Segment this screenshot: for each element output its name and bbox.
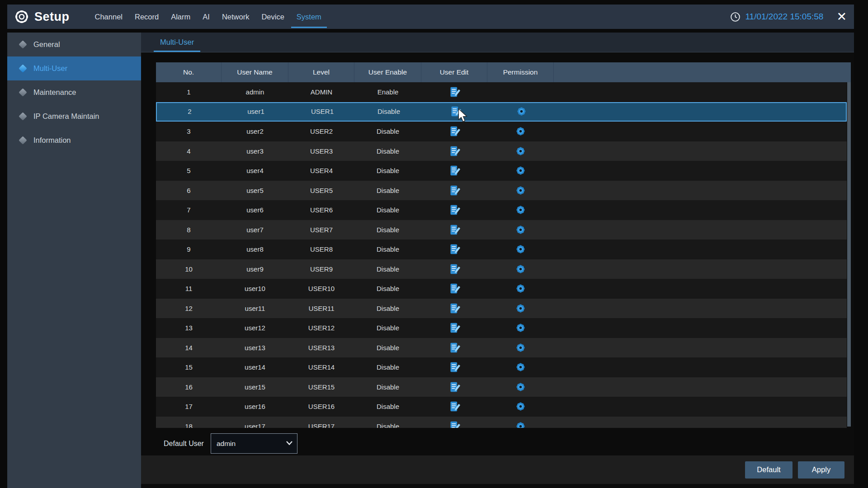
table-row[interactable]: 4 user3 USER3 Disable	[156, 141, 847, 161]
user-edit-icon[interactable]	[448, 381, 461, 393]
table-row[interactable]: 18 user17 USER17 Disable	[156, 417, 847, 428]
user-edit-icon[interactable]	[448, 263, 461, 275]
user-edit-icon[interactable]	[448, 125, 461, 137]
cell-filler	[554, 357, 847, 377]
cell-permission	[487, 357, 554, 377]
user-edit-icon[interactable]	[448, 243, 461, 255]
sidebar-item-ip-camera-maintain[interactable]: IP Camera Maintain	[7, 104, 141, 128]
table-row[interactable]: 17 user16 USER16 Disable	[156, 397, 847, 417]
default-button[interactable]: Default	[745, 461, 793, 479]
table-row[interactable]: 15 user14 USER14 Disable	[156, 357, 847, 377]
table-row[interactable]: 16 user15 USER15 Disable	[156, 377, 847, 397]
cell-permission	[487, 377, 554, 397]
permission-gear-icon[interactable]	[515, 361, 526, 373]
cell-username: user11	[222, 299, 288, 319]
permission-gear-icon[interactable]	[516, 106, 527, 117]
table-row[interactable]: 7 user6 USER6 Disable	[156, 200, 847, 220]
permission-gear-icon[interactable]	[515, 283, 526, 294]
cell-username: user12	[222, 318, 288, 338]
user-edit-icon[interactable]	[448, 86, 461, 98]
cell-no: 11	[156, 279, 222, 299]
permission-gear-icon[interactable]	[515, 126, 526, 137]
table-row[interactable]: 2 user1 USER1 Disable	[156, 102, 847, 122]
cell-no: 17	[156, 397, 222, 417]
table-row[interactable]: 1 admin ADMIN Enable	[156, 82, 847, 102]
permission-gear-icon[interactable]	[515, 145, 526, 157]
table-row[interactable]: 5 user4 USER4 Disable	[156, 161, 847, 181]
permission-gear-icon[interactable]	[515, 244, 526, 255]
cell-enable: Disable	[354, 181, 421, 201]
permission-gear-icon[interactable]	[515, 401, 526, 412]
default-user-select[interactable]: admin	[211, 433, 297, 454]
nav-system[interactable]: System	[297, 5, 321, 29]
user-edit-icon[interactable]	[448, 420, 461, 428]
cell-level: USER3	[288, 141, 354, 161]
cell-filler	[554, 279, 847, 299]
user-edit-icon[interactable]	[448, 204, 461, 216]
close-icon[interactable]: ✕	[836, 11, 847, 23]
tab-multi-user[interactable]: Multi-User	[154, 33, 200, 52]
cell-enable: Disable	[354, 122, 421, 141]
user-edit-icon[interactable]	[448, 342, 461, 354]
cell-enable: Disable	[354, 239, 421, 259]
nav-network[interactable]: Network	[222, 5, 250, 29]
permission-gear-icon[interactable]	[515, 224, 526, 235]
nav-device[interactable]: Device	[261, 5, 284, 29]
permission-gear-icon[interactable]	[515, 381, 526, 393]
nav-ai[interactable]: AI	[203, 5, 210, 29]
nav-alarm[interactable]: Alarm	[171, 5, 190, 29]
permission-gear-icon[interactable]	[515, 303, 526, 314]
user-edit-icon[interactable]	[448, 322, 461, 334]
permission-gear-icon[interactable]	[515, 185, 526, 196]
cell-filler	[554, 417, 847, 428]
apply-button[interactable]: Apply	[798, 461, 844, 479]
sidebar-item-label: Maintenance	[33, 88, 76, 97]
cell-filler	[554, 318, 847, 338]
nav-channel[interactable]: Channel	[95, 5, 123, 29]
cell-user-edit	[421, 318, 487, 338]
table-row[interactable]: 12 user11 USER11 Disable	[156, 299, 847, 319]
cell-user-edit	[421, 259, 487, 279]
sidebar-item-general[interactable]: General	[7, 33, 141, 56]
cell-permission	[487, 338, 554, 358]
user-edit-icon[interactable]	[448, 145, 461, 157]
cell-user-edit	[421, 397, 487, 417]
permission-gear-icon[interactable]	[515, 165, 526, 176]
cell-permission	[488, 102, 555, 121]
user-edit-icon[interactable]	[448, 302, 461, 314]
table-row[interactable]: 8 user7 USER7 Disable	[156, 220, 847, 240]
user-edit-icon[interactable]	[448, 164, 461, 177]
table-row[interactable]: 6 user5 USER5 Disable	[156, 181, 847, 201]
user-edit-icon[interactable]	[448, 361, 461, 373]
cell-user-edit	[421, 161, 487, 181]
table-row[interactable]: 11 user10 USER10 Disable	[156, 279, 847, 299]
table-row[interactable]: 9 user8 USER8 Disable	[156, 239, 847, 259]
cell-username: user4	[222, 161, 288, 181]
table-row[interactable]: 13 user12 USER12 Disable	[156, 318, 847, 338]
permission-gear-icon[interactable]	[515, 421, 526, 428]
permission-gear-icon[interactable]	[515, 322, 526, 333]
sidebar-item-information[interactable]: Information	[7, 128, 141, 152]
cell-enable: Enable	[354, 82, 421, 102]
user-edit-icon[interactable]	[448, 184, 461, 197]
nav-record[interactable]: Record	[135, 5, 159, 29]
cell-level: USER1	[289, 102, 355, 121]
table-row[interactable]: 3 user2 USER2 Disable	[156, 122, 847, 141]
cell-user-edit	[421, 82, 487, 102]
cell-permission	[487, 161, 554, 181]
table-row[interactable]: 14 user13 USER13 Disable	[156, 338, 847, 358]
user-edit-icon[interactable]	[448, 282, 461, 295]
user-edit-icon[interactable]	[448, 224, 461, 236]
cell-no: 3	[156, 122, 222, 141]
permission-gear-icon[interactable]	[515, 204, 526, 216]
sidebar-item-maintenance[interactable]: Maintenance	[7, 80, 141, 104]
permission-gear-icon[interactable]	[515, 263, 526, 275]
sidebar-item-multi-user[interactable]: Multi-User	[7, 56, 141, 80]
cell-level: USER14	[288, 357, 354, 377]
user-edit-icon[interactable]	[448, 400, 461, 413]
cell-permission	[487, 122, 554, 141]
permission-gear-icon[interactable]	[515, 342, 526, 353]
table-scrollbar[interactable]	[847, 82, 851, 427]
table-row[interactable]: 10 user9 USER9 Disable	[156, 259, 847, 279]
cell-permission	[487, 417, 554, 428]
